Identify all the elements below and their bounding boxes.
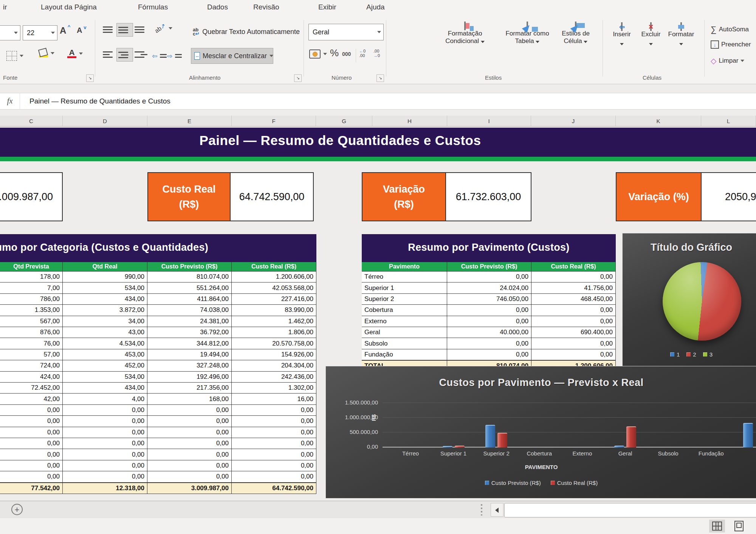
table-cell[interactable]: 0,00 bbox=[232, 405, 316, 416]
column-header-J[interactable]: J bbox=[531, 116, 616, 126]
kpi-variacao-rs-value[interactable]: 61.732.603,00 bbox=[445, 172, 531, 221]
table-header-cell[interactable]: Custo Real (R$) bbox=[531, 262, 616, 272]
pie-chart[interactable]: Título do Gráfico 123 bbox=[622, 233, 756, 370]
table-header-cell[interactable]: Qtd Real bbox=[63, 262, 147, 272]
decrease-font-size-button[interactable]: Av bbox=[77, 26, 82, 35]
align-top-button[interactable] bbox=[101, 23, 117, 36]
table-cell[interactable]: 0,00 bbox=[0, 427, 63, 438]
table-total-cell[interactable]: 3.009.987,00 bbox=[147, 483, 232, 494]
table-cell[interactable]: 0,00 bbox=[232, 427, 316, 438]
number-format-combo[interactable]: Geral bbox=[308, 24, 384, 40]
table-cell[interactable]: 567,00 bbox=[0, 316, 63, 327]
column-header-F[interactable]: F bbox=[232, 116, 316, 126]
percent-style-button[interactable]: % bbox=[330, 47, 339, 59]
table-cell[interactable]: 724,00 bbox=[0, 360, 63, 371]
page-layout-view-button[interactable] bbox=[731, 520, 747, 532]
table-cell[interactable]: 24.381,00 bbox=[147, 316, 232, 327]
scroll-left-button[interactable] bbox=[491, 503, 503, 517]
alignment-dialog-launcher[interactable]: ↘ bbox=[294, 74, 302, 82]
table-cell[interactable]: 0,00 bbox=[0, 438, 63, 449]
number-dialog-launcher[interactable]: ↘ bbox=[376, 74, 384, 82]
table-header-cell[interactable]: Qtd Prevista bbox=[0, 262, 63, 272]
table-cell[interactable]: Externo bbox=[362, 316, 447, 327]
insert-cells-button[interactable]: ⇦ Inserir bbox=[607, 23, 637, 47]
column-header-D[interactable]: D bbox=[63, 116, 147, 126]
orientation-button[interactable]: ab↗ bbox=[154, 25, 172, 32]
table-cell[interactable]: 0,00 bbox=[0, 405, 63, 416]
align-middle-button[interactable] bbox=[116, 23, 133, 37]
table-cell[interactable]: 411.864,00 bbox=[147, 294, 232, 305]
table-cell[interactable]: 0,00 bbox=[63, 405, 147, 416]
column-header-G[interactable]: G bbox=[316, 116, 372, 126]
comma-style-button[interactable]: 000 bbox=[342, 51, 351, 57]
font-color-button[interactable]: A bbox=[67, 49, 83, 58]
table-cell[interactable]: 227.416,00 bbox=[232, 294, 316, 305]
table-cell[interactable]: 434,00 bbox=[63, 294, 147, 305]
table-cell[interactable]: 0,00 bbox=[531, 305, 616, 316]
table-cell[interactable]: 83.990,00 bbox=[232, 305, 316, 316]
table-cell[interactable]: 0,00 bbox=[0, 460, 63, 471]
table-cell[interactable]: 16,00 bbox=[232, 394, 316, 404]
align-left-button[interactable] bbox=[101, 48, 117, 61]
table-cell[interactable]: 217.356,00 bbox=[147, 383, 232, 394]
table-cell[interactable]: 168,00 bbox=[147, 394, 232, 404]
table-cell[interactable]: 0,00 bbox=[531, 338, 616, 349]
accounting-format-button[interactable] bbox=[309, 49, 327, 59]
delete-cells-button[interactable]: ✕ Excluir bbox=[636, 23, 666, 47]
table-cell[interactable]: 0,00 bbox=[63, 460, 147, 471]
insert-function-button[interactable]: fx bbox=[0, 93, 20, 109]
table-cell[interactable]: 1.200.606,00 bbox=[232, 272, 316, 282]
table-cell[interactable]: 178,00 bbox=[0, 272, 63, 282]
table-cell[interactable]: Térreo bbox=[362, 272, 447, 282]
table-header-cell[interactable]: Custo Previsto (R$) bbox=[447, 262, 531, 272]
column-header-I[interactable]: I bbox=[447, 116, 531, 126]
table-cell[interactable]: 43,00 bbox=[63, 327, 147, 338]
table-cell[interactable]: 453,00 bbox=[63, 349, 147, 360]
kpi-custo-real-label[interactable]: Custo Real (R$) bbox=[147, 172, 231, 221]
kpi-variacao-pct-value[interactable]: 2050,93 bbox=[701, 172, 756, 221]
table-cell[interactable]: 0,00 bbox=[147, 427, 232, 438]
table-cell[interactable]: 0,00 bbox=[447, 338, 531, 349]
table-cell[interactable]: 154.926,00 bbox=[232, 349, 316, 360]
increase-font-size-button[interactable]: A^ bbox=[60, 25, 66, 36]
table-cell[interactable]: 0,00 bbox=[0, 416, 63, 427]
table-cell[interactable]: 1.353,00 bbox=[0, 305, 63, 316]
font-size-combo[interactable]: 22 bbox=[23, 25, 57, 40]
table-cell[interactable]: 3.872,00 bbox=[63, 305, 147, 316]
font-name-combo[interactable] bbox=[0, 25, 20, 40]
table-header-cell[interactable]: Pavimento bbox=[362, 262, 447, 272]
table-cell[interactable]: 0,00 bbox=[447, 272, 531, 282]
table-cell[interactable]: 72.452,00 bbox=[0, 383, 63, 394]
table-cell[interactable]: 534,00 bbox=[63, 282, 147, 293]
table-cell[interactable]: 1.806,00 bbox=[232, 327, 316, 338]
table-cell[interactable]: 24.024,00 bbox=[447, 282, 531, 293]
table-cell[interactable]: 0,00 bbox=[63, 438, 147, 449]
table-cell[interactable]: 57,00 bbox=[0, 349, 63, 360]
table-total-cell[interactable]: 77.542,00 bbox=[0, 483, 63, 494]
column-header-C[interactable]: C bbox=[0, 116, 63, 126]
table-cell[interactable]: 0,00 bbox=[63, 449, 147, 460]
table-cell[interactable]: 0,00 bbox=[531, 316, 616, 327]
table-cell[interactable]: 0,00 bbox=[531, 272, 616, 282]
table-cell[interactable]: 0,00 bbox=[63, 471, 147, 482]
table-cell[interactable]: 0,00 bbox=[147, 438, 232, 449]
table-cell[interactable]: 36.792,00 bbox=[147, 327, 232, 338]
font-dialog-launcher[interactable]: ↘ bbox=[86, 74, 94, 82]
table-cell[interactable]: 0,00 bbox=[147, 460, 232, 471]
table-cell[interactable]: 40.000,00 bbox=[447, 327, 531, 338]
table-cell[interactable]: 746.050,00 bbox=[447, 294, 531, 305]
table-cell[interactable]: 876,00 bbox=[0, 327, 63, 338]
table-cell[interactable]: 42.053.568,00 bbox=[232, 282, 316, 293]
table-cell[interactable]: Geral bbox=[362, 327, 447, 338]
table-cell[interactable]: 786,00 bbox=[0, 294, 63, 305]
table-cell[interactable]: 0,00 bbox=[232, 471, 316, 482]
formula-input[interactable]: Painel — Resumo de Quantidades e Custos bbox=[29, 93, 170, 109]
table-cell[interactable]: 551.264,00 bbox=[147, 282, 232, 293]
table-cell[interactable]: 0,00 bbox=[147, 471, 232, 482]
table-cell[interactable]: 7,00 bbox=[0, 282, 63, 293]
column-header-K[interactable]: K bbox=[616, 116, 701, 126]
wrap-text-button[interactable]: abc↵ Quebrar Texto Automaticamente bbox=[193, 28, 300, 36]
merge-center-button[interactable]: ⇔ Mesclar e Centralizar bbox=[191, 48, 273, 64]
table-cell[interactable]: 4,00 bbox=[63, 394, 147, 404]
table-cell[interactable]: Superior 1 bbox=[362, 282, 447, 293]
